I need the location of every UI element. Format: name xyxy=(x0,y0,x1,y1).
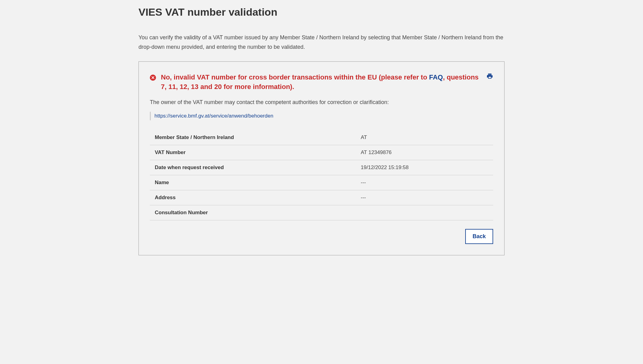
error-message: No, invalid VAT number for cross border … xyxy=(161,73,486,92)
detail-value: AT xyxy=(356,130,493,145)
table-row: Consultation Number xyxy=(150,205,493,220)
faq-link[interactable]: FAQ xyxy=(429,73,443,81)
intro-text: You can verify the validity of a VAT num… xyxy=(138,33,505,52)
error-prefix: No, invalid VAT number for cross border … xyxy=(161,73,429,81)
table-row: VAT NumberAT 12349876 xyxy=(150,145,493,160)
actions-row: Back xyxy=(150,229,493,244)
back-button[interactable]: Back xyxy=(465,229,493,244)
page-title: VIES VAT number validation xyxy=(138,6,505,18)
detail-value: --- xyxy=(356,175,493,190)
error-icon xyxy=(150,75,156,81)
details-table: Member State / Northern IrelandATVAT Num… xyxy=(150,130,493,220)
table-row: Address--- xyxy=(150,190,493,205)
table-row: Name--- xyxy=(150,175,493,190)
detail-value: AT 12349876 xyxy=(356,145,493,160)
detail-label: Member State / Northern Ireland xyxy=(150,130,356,145)
detail-label: Date when request received xyxy=(150,160,356,175)
authority-link-block: https://service.bmf.gv.at/service/anwend… xyxy=(150,112,493,120)
detail-label: Name xyxy=(150,175,356,190)
table-row: Date when request received19/12/2022 15:… xyxy=(150,160,493,175)
detail-label: Consultation Number xyxy=(150,205,356,220)
table-row: Member State / Northern IrelandAT xyxy=(150,130,493,145)
error-alert: No, invalid VAT number for cross border … xyxy=(150,73,493,92)
detail-value: --- xyxy=(356,190,493,205)
result-panel: No, invalid VAT number for cross border … xyxy=(138,61,505,255)
owner-contact-text: The owner of the VAT number may contact … xyxy=(150,99,493,106)
print-icon[interactable] xyxy=(486,73,493,81)
detail-label: VAT Number xyxy=(150,145,356,160)
detail-value xyxy=(356,205,493,220)
authority-link[interactable]: https://service.bmf.gv.at/service/anwend… xyxy=(154,113,273,119)
detail-value: 19/12/2022 15:19:58 xyxy=(356,160,493,175)
detail-label: Address xyxy=(150,190,356,205)
